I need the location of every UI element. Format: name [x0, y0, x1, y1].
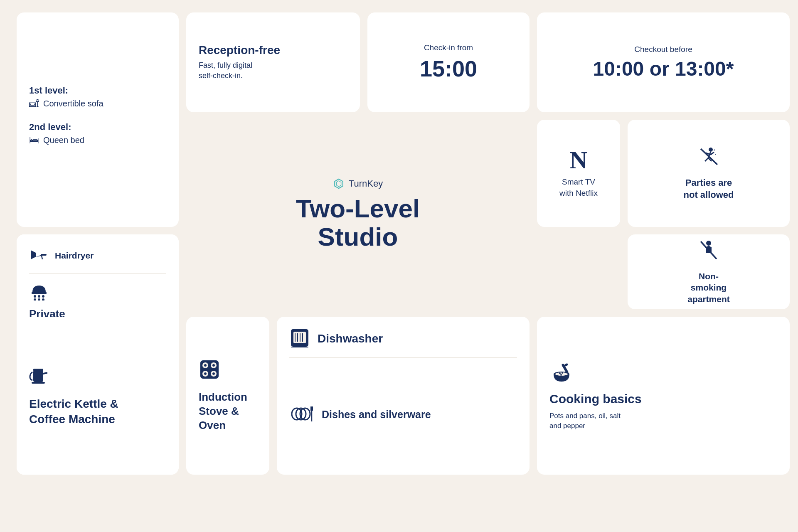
svg-rect-15 — [32, 292, 47, 294]
svg-point-19 — [34, 298, 36, 300]
checkout-card: Checkout before 10:00 or 13:00* — [537, 12, 790, 112]
svg-point-52 — [559, 372, 561, 374]
nosmoking-text: Non-smokingapartment — [687, 271, 730, 305]
svg-rect-25 — [200, 360, 219, 379]
level1-item: 🛋 Convertible sofa — [29, 99, 166, 108]
svg-point-21 — [42, 298, 44, 300]
no-smoking-icon — [697, 239, 720, 266]
dishes-text: Dishes and silverware — [322, 409, 431, 421]
dishes-icon — [289, 405, 314, 425]
svg-point-11 — [706, 241, 711, 246]
reception-title: Reception-free — [199, 44, 347, 57]
netflix-text: Smart TVwith Netflix — [559, 177, 598, 199]
kettle-text: Electric Kettle &Coffee Machine — [29, 397, 166, 427]
netflix-card: N Smart TVwith Netflix — [537, 120, 620, 227]
dishes-section: Dishes and silverware — [289, 366, 517, 463]
svg-line-7 — [711, 152, 714, 155]
hairdryer-text: Hairdryer — [55, 250, 94, 261]
center-logo: TurnKey Two-Level Studio — [186, 120, 530, 309]
bathroom-icon — [29, 283, 166, 302]
checkin-card: Check-in from 15:00 — [367, 12, 530, 112]
svg-point-33 — [212, 372, 215, 375]
checkin-time: 15:00 — [420, 56, 477, 81]
svg-point-18 — [42, 295, 44, 298]
brand-name: TurnKey — [349, 178, 383, 189]
svg-rect-13 — [41, 254, 47, 256]
parties-card: ♪ ♩ Parties arenot allowed — [628, 120, 790, 227]
reception-card: Reception-free Fast, fully digital self-… — [186, 12, 360, 112]
checkout-label: Checkout before — [634, 45, 692, 54]
bed-icon: 🛏 — [29, 135, 39, 145]
main-title: Two-Level Studio — [296, 195, 420, 251]
nosmoking-card: Non-smokingapartment — [628, 234, 790, 309]
svg-point-20 — [38, 298, 40, 300]
svg-point-30 — [204, 364, 207, 367]
svg-point-2 — [709, 148, 713, 152]
level2-item: 🛏 Queen bed — [29, 135, 166, 145]
turnkey-logo-icon — [333, 178, 345, 190]
reception-subtitle: Fast, fully digital self-check-in. — [199, 60, 347, 81]
svg-line-4 — [705, 158, 708, 161]
svg-point-16 — [34, 295, 36, 298]
svg-text:♩: ♩ — [715, 152, 717, 155]
svg-point-54 — [560, 374, 562, 376]
svg-line-14 — [42, 256, 42, 259]
svg-rect-41 — [291, 347, 308, 347]
level1-title: 1st level: — [29, 85, 166, 96]
cooking-card: Cooking basics Pots and pans, oil, salta… — [537, 317, 790, 475]
netflix-n: N — [569, 148, 587, 172]
dishwasher-section: Dishwasher — [289, 328, 517, 358]
dishwasher-text: Dishwasher — [318, 332, 383, 345]
induction-icon — [199, 359, 257, 384]
kettle-icon — [29, 365, 166, 391]
dishwasher-card: Dishwasher Dishes and silverware — [277, 317, 530, 475]
svg-point-53 — [562, 372, 563, 374]
brand-row: TurnKey — [333, 178, 383, 190]
checkout-time: 10:00 or 13:00* — [593, 57, 734, 80]
dishwasher-icon — [289, 328, 310, 349]
sleeping-card: 1st level: 🛋 Convertible sofa 2nd level:… — [17, 12, 179, 227]
svg-rect-24 — [32, 382, 45, 384]
parties-text: Parties arenot allowed — [684, 177, 734, 201]
cooking-title: Cooking basics — [549, 392, 777, 406]
induction-card: InductionStove &Oven — [186, 317, 269, 475]
svg-rect-22 — [33, 370, 43, 382]
checkin-label: Check-in from — [424, 43, 473, 52]
svg-rect-23 — [33, 369, 43, 371]
cooking-icon — [549, 361, 777, 387]
kettle-card: Electric Kettle &Coffee Machine — [17, 317, 179, 475]
no-parties-icon: ♪ ♩ — [697, 145, 720, 172]
hairdryer-icon — [29, 247, 47, 264]
level2-title: 2nd level: — [29, 122, 166, 133]
svg-point-32 — [204, 372, 207, 375]
induction-text: InductionStove &Oven — [199, 390, 257, 432]
sofa-icon: 🛋 — [29, 99, 39, 108]
cooking-subtitle: Pots and pans, oil, saltand pepper — [549, 411, 777, 431]
svg-point-31 — [212, 364, 215, 367]
svg-point-17 — [38, 295, 40, 298]
